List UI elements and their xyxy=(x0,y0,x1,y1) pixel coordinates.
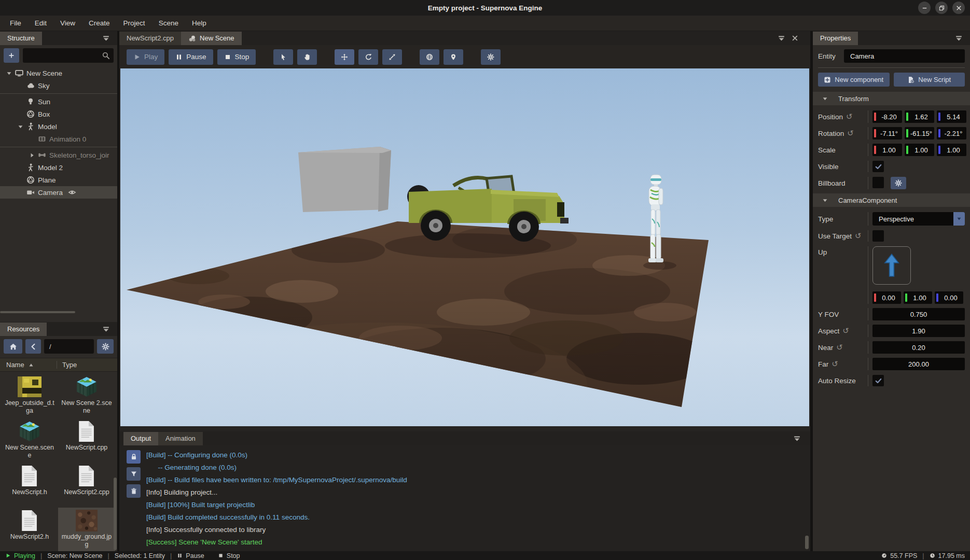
console-funnel-button[interactable] xyxy=(127,467,141,481)
file-jeep-outside-d-tga[interactable]: Jeep_outside_d.tga xyxy=(1,374,58,418)
console-trash-button[interactable] xyxy=(127,484,141,498)
near-field[interactable]: 0.20 xyxy=(872,341,965,354)
globe-tool-button[interactable] xyxy=(420,49,439,65)
resources-home-button[interactable] xyxy=(4,339,22,354)
restore-button[interactable] xyxy=(935,2,948,14)
up-y-field[interactable]: 1.00 xyxy=(904,291,932,304)
file-newscript2-h[interactable]: NewScript2.h xyxy=(1,508,58,552)
move-tool-button[interactable] xyxy=(335,49,354,65)
tree-item-plane[interactable]: Plane xyxy=(0,174,117,186)
resources-back-button[interactable] xyxy=(25,339,41,354)
editor-tab-new-scene[interactable]: New Scene xyxy=(181,32,241,45)
new-component-button[interactable]: New component xyxy=(818,73,890,87)
new-script-button[interactable]: New Script xyxy=(894,73,965,87)
up-x-field[interactable]: 0.00 xyxy=(872,291,901,304)
up-vector-widget[interactable] xyxy=(872,246,911,285)
file-new-scene-scene[interactable]: New Scene.scene xyxy=(1,418,58,463)
y-fov-field[interactable]: 0.750 xyxy=(872,308,965,320)
up-z-field[interactable]: 0.00 xyxy=(935,291,963,304)
tree-item-sun[interactable]: Sun xyxy=(0,95,117,108)
editor-close-icon[interactable] xyxy=(791,34,799,42)
scale-tool-button[interactable] xyxy=(382,49,402,65)
status-pause-button[interactable]: Pause xyxy=(177,552,204,559)
aspect-field[interactable]: 1.90 xyxy=(872,325,965,337)
reset-icon[interactable]: ↺ xyxy=(855,232,862,240)
output-options-icon[interactable] xyxy=(793,435,801,442)
position-y-field[interactable]: 1.62 xyxy=(905,110,934,123)
chevron-down-icon[interactable] xyxy=(18,124,23,130)
file-new-scene-2-scene[interactable]: New Scene 2.scene xyxy=(58,374,115,418)
pause-button[interactable]: Pause xyxy=(169,49,213,65)
stop-button[interactable]: Stop xyxy=(217,49,256,65)
minimize-button[interactable] xyxy=(918,2,931,14)
hand-tool-button[interactable] xyxy=(297,49,317,65)
reset-icon[interactable]: ↺ xyxy=(846,113,853,120)
panel-options-icon[interactable] xyxy=(955,34,963,42)
scale-y-field[interactable]: 1.00 xyxy=(905,144,934,156)
editor-tab-newscript2-cpp[interactable]: NewScript2.cpp xyxy=(119,32,181,45)
menu-item-edit[interactable]: Edit xyxy=(28,16,53,31)
billboard-settings-button[interactable] xyxy=(891,177,906,189)
rotation-z-field[interactable]: -2.21° xyxy=(937,127,966,139)
tab-resources[interactable]: Resources xyxy=(0,323,47,336)
file-newscript-h[interactable]: NewScript.h xyxy=(1,463,58,508)
transform-section-header[interactable]: Transform xyxy=(813,92,970,105)
visible-checkbox[interactable] xyxy=(872,161,884,172)
menu-item-help[interactable]: Help xyxy=(185,16,213,31)
far-field[interactable]: 200.00 xyxy=(872,358,965,370)
eye-icon[interactable] xyxy=(68,188,76,197)
pin-tool-button[interactable] xyxy=(444,49,463,65)
rotation-x-field[interactable]: -7.11° xyxy=(872,127,902,139)
reset-icon[interactable]: ↺ xyxy=(842,327,849,334)
scale-x-field[interactable]: 1.00 xyxy=(872,144,902,156)
menu-item-view[interactable]: View xyxy=(53,16,82,31)
menu-item-create[interactable]: Create xyxy=(82,16,117,31)
close-button[interactable] xyxy=(952,2,965,14)
tree-item-box[interactable]: Box xyxy=(0,108,117,120)
rotate-tool-button[interactable] xyxy=(358,49,378,65)
reset-icon[interactable]: ↺ xyxy=(836,344,843,351)
status-stop-button[interactable]: Stop xyxy=(218,552,240,559)
scale-z-field[interactable]: 1.00 xyxy=(937,144,966,156)
entity-name-field[interactable]: Camera xyxy=(844,49,965,63)
tree-item-sky[interactable]: Sky xyxy=(0,79,117,92)
console-scrollbar[interactable] xyxy=(805,536,809,549)
reset-icon[interactable]: ↺ xyxy=(847,130,854,137)
gear-tool-button[interactable] xyxy=(481,49,501,65)
console-lock-button[interactable] xyxy=(127,450,141,464)
menu-item-scene[interactable]: Scene xyxy=(152,16,185,31)
menu-item-file[interactable]: File xyxy=(3,16,28,31)
tree-item-camera[interactable]: Camera xyxy=(0,186,117,199)
tree-item-model[interactable]: Model xyxy=(0,120,117,133)
tree-horizontal-scrollbar[interactable] xyxy=(0,311,75,313)
tree-item-animation-0[interactable]: Animation 0 xyxy=(0,133,117,145)
output-tab-animation[interactable]: Animation xyxy=(158,432,203,445)
file-newscript-cpp[interactable]: NewScript.cpp xyxy=(58,418,115,463)
tree-item-skeleton-torso-joir[interactable]: Skeleton_torso_joir xyxy=(0,149,117,161)
chevron-right-icon[interactable] xyxy=(29,152,35,158)
tree-item-new-scene[interactable]: New Scene xyxy=(0,67,117,79)
position-x-field[interactable]: -8.20 xyxy=(872,110,902,123)
tree-item-model-2[interactable]: Model 2 xyxy=(0,161,117,174)
panel-options-icon[interactable] xyxy=(102,34,110,42)
file-muddy-ground-jpg[interactable]: muddy_ground.jpg xyxy=(58,508,115,552)
position-z-field[interactable]: 5.14 xyxy=(937,110,966,123)
column-name[interactable]: Name xyxy=(0,361,57,369)
reset-icon[interactable]: ↺ xyxy=(832,360,838,368)
auto-resize-checkbox[interactable] xyxy=(872,375,884,386)
rotation-y-field[interactable]: -61.15° xyxy=(905,127,934,139)
output-tab-output[interactable]: Output xyxy=(123,432,158,445)
tab-structure[interactable]: Structure xyxy=(0,32,42,45)
play-button[interactable]: Play xyxy=(127,49,164,65)
editor-options-icon[interactable] xyxy=(778,34,785,42)
use-target-checkbox[interactable] xyxy=(872,230,884,242)
billboard-checkbox[interactable] xyxy=(872,177,884,188)
menu-item-project[interactable]: Project xyxy=(117,16,152,31)
panel-options-icon[interactable] xyxy=(102,325,110,333)
chevron-down-icon[interactable] xyxy=(6,71,12,76)
search-input[interactable] xyxy=(23,48,114,63)
add-entity-button[interactable] xyxy=(4,48,19,63)
resources-scrollbar[interactable] xyxy=(114,478,117,550)
resources-path-field[interactable]: / xyxy=(44,339,94,354)
resources-settings-button[interactable] xyxy=(97,339,114,354)
